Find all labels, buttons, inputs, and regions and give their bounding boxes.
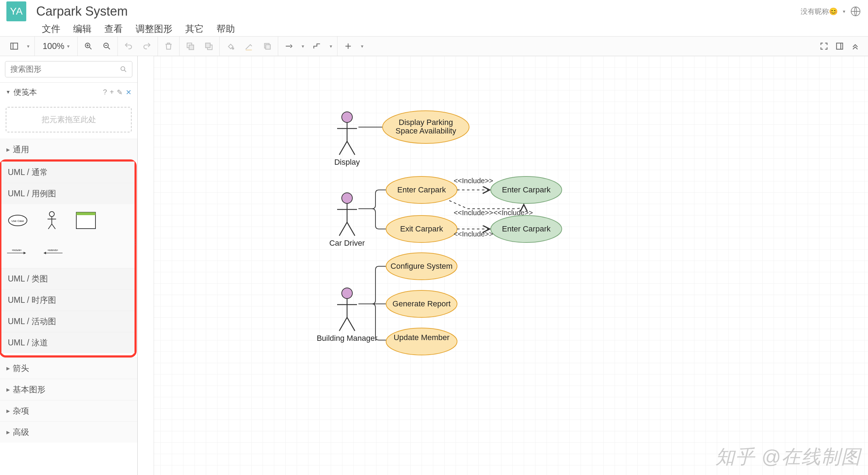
category-uml-usecase[interactable]: UML / 用例图 bbox=[1, 183, 134, 204]
svg-text:«extends»: «extends» bbox=[48, 249, 58, 251]
category-uml-sequence[interactable]: UML / 时序图 bbox=[1, 289, 134, 311]
include-label: <<Include>> bbox=[454, 209, 493, 217]
usecase-label: Enter Carpark bbox=[397, 185, 446, 194]
category-uml-activity[interactable]: UML / 活动图 bbox=[1, 311, 134, 332]
toolbar: ▾ 100% ▾ ▾ bbox=[0, 36, 868, 56]
category-label: 杂项 bbox=[13, 405, 29, 416]
zoom-out-button[interactable] bbox=[101, 40, 112, 52]
scratchpad-add-button[interactable]: + bbox=[110, 88, 114, 97]
globe-icon[interactable] bbox=[850, 6, 861, 17]
panel-resize-handle[interactable]: ⋮ bbox=[131, 238, 138, 246]
shape-usecase-ellipse[interactable]: Use Case bbox=[6, 211, 29, 230]
line-color-button[interactable] bbox=[243, 40, 254, 52]
svg-line-52 bbox=[347, 317, 355, 331]
menu-extras[interactable]: 其它 bbox=[185, 23, 204, 33]
scratchpad-title: 便笺本 bbox=[13, 87, 37, 98]
scratchpad-help-button[interactable]: ? bbox=[103, 88, 107, 97]
expand-triangle-icon: ▶ bbox=[6, 366, 10, 371]
body: ▼ 便笺本 ? + ✎ ✕ 把元素拖至此处 ▶ 通用 UML / 通常 UML … bbox=[0, 56, 868, 475]
category-advanced[interactable]: ▶高级 bbox=[0, 421, 137, 443]
actor-building-manager[interactable]: Building Manager bbox=[317, 288, 377, 343]
shape-extend-arrow[interactable]: «extends» bbox=[40, 242, 63, 262]
category-uml-class[interactable]: UML / 类图 bbox=[1, 268, 134, 289]
connection-chevron-icon[interactable]: ▾ bbox=[302, 43, 304, 49]
category-uml-common[interactable]: UML / 通常 bbox=[1, 162, 134, 183]
waypoints-chevron-icon[interactable]: ▾ bbox=[330, 43, 332, 49]
svg-point-27 bbox=[49, 212, 54, 217]
insert-chevron-icon[interactable]: ▾ bbox=[361, 43, 363, 49]
waypoints-button[interactable] bbox=[311, 40, 323, 52]
user-menu-chevron-icon[interactable]: ▾ bbox=[843, 9, 845, 14]
usecase-label: Enter Carpark bbox=[502, 185, 551, 194]
scratchpad-header[interactable]: ▼ 便笺本 ? + ✎ ✕ bbox=[0, 83, 137, 102]
usecase-label: Space Availability bbox=[396, 126, 456, 135]
zoom-chevron-icon: ▾ bbox=[67, 43, 70, 49]
connector[interactable] bbox=[358, 190, 386, 209]
diagram-svg: Display Display Parking Space Availabili… bbox=[138, 56, 868, 475]
search-wrap bbox=[0, 56, 137, 83]
user-nickname-label[interactable]: 没有昵称😊 bbox=[801, 7, 838, 16]
menu-arrange[interactable]: 调整图形 bbox=[136, 23, 172, 33]
category-general[interactable]: ▶ 通用 bbox=[0, 139, 137, 160]
svg-rect-1 bbox=[11, 43, 18, 49]
category-arrows[interactable]: ▶箭头 bbox=[0, 357, 137, 379]
format-panel-button[interactable] bbox=[834, 40, 845, 52]
svg-point-43 bbox=[342, 193, 352, 203]
search-input[interactable] bbox=[5, 61, 132, 77]
include-label: <<Include>> bbox=[454, 177, 493, 185]
category-basic[interactable]: ▶基本图形 bbox=[0, 379, 137, 400]
undo-button[interactable] bbox=[123, 40, 134, 52]
shape-actor[interactable] bbox=[40, 211, 63, 230]
actor-display[interactable]: Display bbox=[334, 112, 360, 166]
shape-include-arrow[interactable]: «include» bbox=[6, 242, 29, 262]
usecase-shapes-panel: Use Case «include» «extends» ⋮ bbox=[1, 204, 134, 268]
panel-toggle-button[interactable] bbox=[9, 40, 20, 52]
menu-edit[interactable]: 编辑 bbox=[73, 23, 92, 33]
canvas[interactable]: Display Display Parking Space Availabili… bbox=[138, 56, 868, 475]
scratchpad-actions: ? + ✎ ✕ bbox=[103, 88, 132, 97]
actor-label: Car Driver bbox=[329, 239, 365, 247]
expand-triangle-icon: ▶ bbox=[6, 147, 10, 152]
scratchpad-close-button[interactable]: ✕ bbox=[126, 88, 132, 97]
menu-file[interactable]: 文件 bbox=[42, 23, 60, 33]
category-label: 通用 bbox=[13, 144, 29, 155]
svg-text:Use Case: Use Case bbox=[11, 219, 24, 223]
usecase-label: Enter Carpark bbox=[502, 224, 551, 233]
scratchpad-edit-button[interactable]: ✎ bbox=[117, 88, 123, 97]
scratchpad-dropzone[interactable]: 把元素拖至此处 bbox=[6, 107, 132, 132]
svg-line-30 bbox=[48, 224, 52, 229]
actor-car-driver[interactable]: Car Driver bbox=[329, 193, 365, 247]
category-label: 基本图形 bbox=[13, 384, 45, 395]
connection-style-button[interactable] bbox=[283, 40, 295, 52]
shadow-button[interactable] bbox=[262, 40, 273, 52]
canvas-wrap: Display Display Parking Space Availabili… bbox=[138, 56, 868, 475]
expand-triangle-icon: ▶ bbox=[6, 387, 10, 392]
zoom-in-button[interactable] bbox=[83, 40, 94, 52]
header: YA Carpark System 没有昵称😊 ▾ bbox=[0, 0, 868, 20]
svg-rect-13 bbox=[206, 43, 210, 48]
avatar[interactable]: YA bbox=[6, 1, 26, 21]
to-back-button[interactable] bbox=[203, 40, 214, 52]
to-front-button[interactable] bbox=[185, 40, 196, 52]
svg-point-48 bbox=[342, 288, 352, 299]
fullscreen-button[interactable] bbox=[818, 40, 830, 52]
zoom-level[interactable]: 100% ▾ bbox=[40, 41, 72, 51]
fill-color-button[interactable] bbox=[225, 40, 236, 52]
connector[interactable] bbox=[358, 209, 386, 229]
category-uml-swimlane[interactable]: UML / 泳道 bbox=[1, 332, 134, 353]
document-title[interactable]: Carpark System bbox=[36, 4, 128, 19]
connector[interactable] bbox=[358, 266, 386, 304]
menu-view[interactable]: 查看 bbox=[104, 23, 123, 33]
delete-button[interactable] bbox=[163, 40, 174, 52]
menu-help[interactable]: 帮助 bbox=[216, 23, 235, 33]
collapse-button[interactable] bbox=[850, 40, 861, 52]
category-label: 箭头 bbox=[13, 363, 29, 374]
usecase-label: Display Parking bbox=[399, 118, 453, 127]
panel-toggle-chevron-icon[interactable]: ▾ bbox=[27, 43, 29, 49]
redo-button[interactable] bbox=[141, 40, 153, 52]
category-misc[interactable]: ▶杂项 bbox=[0, 400, 137, 421]
shape-system-boundary[interactable] bbox=[75, 211, 97, 230]
header-right: 没有昵称😊 ▾ bbox=[801, 6, 861, 17]
svg-text:«include»: «include» bbox=[12, 249, 22, 251]
insert-button[interactable] bbox=[342, 40, 354, 52]
